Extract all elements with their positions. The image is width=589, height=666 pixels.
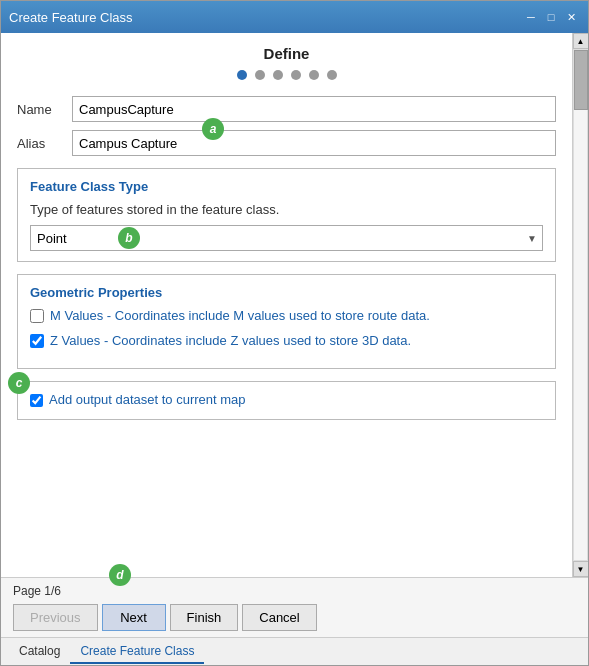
add-output-label: Add output dataset to current map: [49, 392, 246, 409]
badge-a: a: [202, 118, 224, 140]
z-values-checkbox[interactable]: [30, 334, 44, 348]
badge-d: d: [109, 564, 131, 586]
feature-type-dropdown-container: Point Multipoint Polygon Polyline Multip…: [30, 225, 543, 251]
scrollbar[interactable]: ▲ ▼: [572, 33, 588, 577]
window: Create Feature Class ─ □ ✕ Define: [0, 0, 589, 666]
m-values-row: M Values - Coordinates include M values …: [30, 308, 543, 325]
name-input[interactable]: [72, 96, 556, 122]
scrollbar-thumb[interactable]: [574, 50, 588, 110]
title-bar-controls: ─ □ ✕: [522, 8, 580, 26]
geometric-properties-section: Geometric Properties M Values - Coordina…: [17, 274, 556, 369]
content-area: Define Name Alias: [1, 33, 588, 665]
step-dot-4: [291, 70, 301, 80]
alias-label: Alias: [17, 136, 72, 151]
badge-c: c: [8, 372, 30, 394]
alias-input[interactable]: [72, 130, 556, 156]
scrollbar-down-arrow[interactable]: ▼: [573, 561, 589, 577]
create-feature-class-tab[interactable]: Create Feature Class: [70, 640, 204, 664]
next-button[interactable]: Next: [102, 604, 166, 631]
feature-type-dropdown[interactable]: Point Multipoint Polygon Polyline Multip…: [30, 225, 543, 251]
scrollbar-track[interactable]: [573, 49, 588, 561]
bottom-bar: Page 1/6 d Previous Next Finish Cancel: [1, 577, 588, 637]
scrollbar-up-arrow[interactable]: ▲: [573, 33, 589, 49]
tab-bar: Catalog Create Feature Class: [1, 637, 588, 665]
form-area: Define Name Alias: [1, 33, 572, 577]
feature-class-type-desc: Type of features stored in the feature c…: [30, 202, 543, 217]
alias-field-row: Alias: [17, 130, 556, 156]
step-dot-6: [327, 70, 337, 80]
geometric-properties-title: Geometric Properties: [30, 285, 543, 300]
m-values-checkbox[interactable]: [30, 309, 44, 323]
main-panel: Define Name Alias: [1, 33, 588, 577]
z-values-row: Z Values - Coordinates include Z values …: [30, 333, 543, 350]
name-label: Name: [17, 102, 72, 117]
add-output-checkbox[interactable]: [30, 394, 43, 407]
step-dot-5: [309, 70, 319, 80]
finish-button[interactable]: Finish: [170, 604, 239, 631]
cancel-button[interactable]: Cancel: [242, 604, 316, 631]
add-output-section: c Add output dataset to current map: [17, 381, 556, 420]
page-info: Page 1/6 d: [13, 584, 576, 598]
minimize-button[interactable]: ─: [522, 8, 540, 26]
step-dot-1: [237, 70, 247, 80]
title-bar: Create Feature Class ─ □ ✕: [1, 1, 588, 33]
feature-class-type-title: Feature Class Type: [30, 179, 543, 194]
name-field-row: Name: [17, 96, 556, 122]
z-values-label: Z Values - Coordinates include Z values …: [50, 333, 411, 350]
step-dot-2: [255, 70, 265, 80]
window-title: Create Feature Class: [9, 10, 133, 25]
page-title: Define: [17, 45, 556, 62]
catalog-tab[interactable]: Catalog: [9, 640, 70, 664]
m-values-label: M Values - Coordinates include M values …: [50, 308, 430, 325]
name-alias-section: Name Alias a: [17, 96, 556, 156]
previous-button[interactable]: Previous: [13, 604, 98, 631]
button-row: Previous Next Finish Cancel: [13, 604, 576, 631]
feature-class-type-section: Feature Class Type Type of features stor…: [17, 168, 556, 262]
close-button[interactable]: ✕: [562, 8, 580, 26]
step-indicators: [17, 70, 556, 80]
step-dot-3: [273, 70, 283, 80]
badge-b: b: [118, 227, 140, 249]
maximize-button[interactable]: □: [542, 8, 560, 26]
